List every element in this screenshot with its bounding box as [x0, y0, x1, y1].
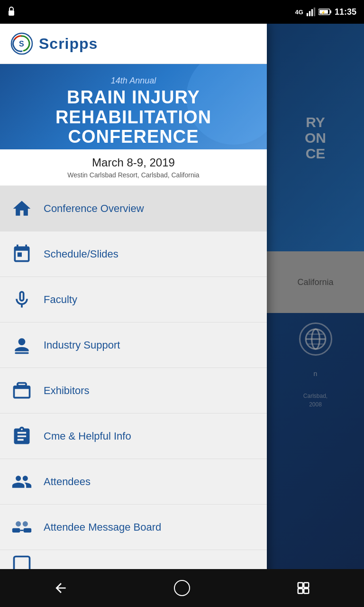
conference-title: BRAIN INJURYREHABILITATIONCONFERENCE — [55, 88, 211, 147]
svg-text:⚡: ⚡ — [321, 10, 326, 15]
nav-item-faculty[interactable]: Faculty — [0, 277, 267, 322]
back-icon — [53, 580, 68, 596]
home-circle-icon — [173, 579, 191, 597]
svg-rect-18 — [24, 528, 32, 532]
nav-label-schedule-slides: Schedule/Slides — [44, 248, 118, 260]
nav-label-faculty: Faculty — [44, 294, 77, 306]
calendar-icon — [9, 242, 34, 267]
home-button[interactable] — [163, 574, 201, 602]
svg-rect-24 — [304, 583, 309, 588]
svg-rect-16 — [15, 352, 28, 354]
bottom-navigation-bar — [0, 569, 364, 607]
conference-location: Westin Carlsbad Resort, Carlsbad, Califo… — [5, 171, 262, 179]
conference-date-location: March 8-9, 2019 Westin Carlsbad Resort, … — [0, 149, 267, 186]
navigation-menu: Conference Overview Schedule/Slides Facu… — [0, 186, 267, 583]
conference-banner: 14th Annual BRAIN INJURYREHABILITATIONCO… — [0, 64, 267, 149]
recent-apps-icon — [296, 581, 310, 595]
person-support-icon — [9, 333, 34, 358]
signal-icon — [306, 7, 316, 17]
nav-item-attendees[interactable]: Attendees — [0, 459, 267, 505]
nav-label-conference-overview: Conference Overview — [44, 202, 144, 215]
battery-icon: ⚡ — [318, 8, 332, 16]
svg-point-21 — [174, 580, 190, 596]
network-indicator: 4G — [295, 9, 303, 16]
home-icon — [9, 196, 34, 221]
time-display: 11:35 — [335, 7, 356, 17]
svg-rect-6 — [330, 10, 331, 13]
recent-apps-button[interactable] — [284, 574, 322, 602]
dim-overlay — [267, 24, 364, 583]
conference-date: March 8-9, 2019 — [5, 156, 262, 169]
svg-rect-23 — [298, 589, 303, 593]
nav-label-attendee-message-board: Attendee Message Board — [44, 521, 161, 533]
nav-label-attendees: Attendees — [44, 476, 91, 488]
nav-item-conference-overview[interactable]: Conference Overview — [0, 186, 267, 231]
logo-area: S Scripps — [0, 24, 267, 64]
nav-item-attendee-message-board[interactable]: Attendee Message Board — [0, 505, 267, 550]
svg-rect-3 — [311, 9, 313, 16]
conference-annual: 14th Annual — [55, 76, 211, 86]
microphone-icon — [9, 287, 34, 312]
svg-rect-1 — [307, 13, 308, 17]
message-group-icon — [9, 515, 34, 540]
lock-icon — [8, 6, 15, 16]
svg-rect-2 — [309, 11, 310, 16]
nav-label-industry-support: Industry Support — [44, 339, 120, 351]
clipboard-icon — [9, 424, 34, 449]
scripps-logo-icon: S — [9, 31, 34, 56]
briefcase-icon — [9, 378, 34, 403]
nav-item-cme-helpful-info[interactable]: Cme & Helpful Info — [0, 414, 267, 459]
logo-text: Scripps — [39, 35, 98, 53]
nav-item-exhibitors[interactable]: Exhibitors — [0, 368, 267, 414]
svg-rect-22 — [298, 583, 303, 588]
svg-rect-17 — [12, 528, 20, 532]
status-bar: 4G ⚡ 11:35 — [0, 0, 364, 24]
nav-item-schedule-slides[interactable]: Schedule/Slides — [0, 231, 267, 277]
svg-rect-0 — [9, 10, 14, 16]
nav-label-exhibitors: Exhibitors — [44, 385, 90, 397]
svg-text:S: S — [19, 40, 24, 48]
svg-rect-25 — [304, 589, 309, 593]
svg-rect-4 — [314, 8, 315, 16]
group-icon — [9, 469, 34, 494]
back-button[interactable] — [42, 574, 80, 602]
nav-label-cme-helpful-info: Cme & Helpful Info — [44, 430, 131, 442]
nav-item-industry-support[interactable]: Industry Support — [0, 322, 267, 368]
navigation-drawer: S Scripps 14th Annual BRAIN INJURYREHABI… — [0, 24, 267, 583]
